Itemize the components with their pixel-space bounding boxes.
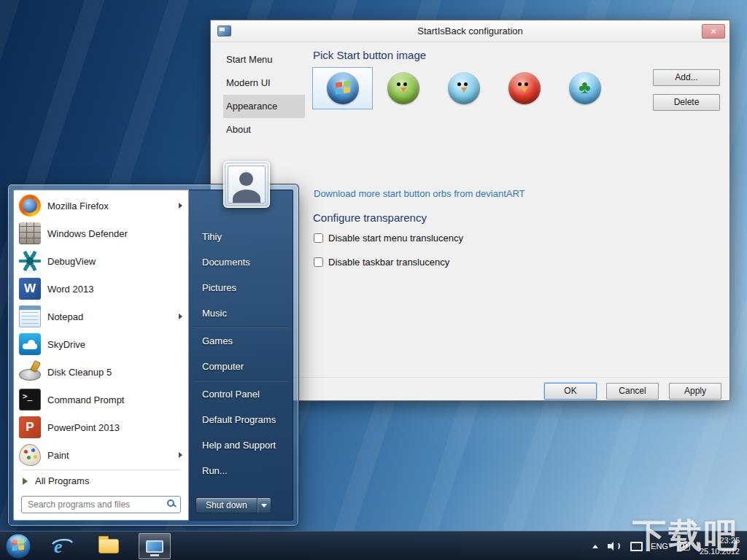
item-label: Disk Cleanup 5 [47,367,182,378]
folder-icon [98,539,119,553]
close-button[interactable]: ✕ [702,24,725,39]
startmenu-item-notepad[interactable]: Notepad [14,303,188,330]
checkbox-label: Disable start menu translucency [328,233,463,244]
start-menu-places-panel: Tihiy Documents Pictures Music Games Com… [189,190,293,521]
divider [193,380,288,381]
nav-start-menu[interactable]: Start Menu [223,48,305,71]
desktop-background: StartIsBack configuration ✕ Start Menu M… [0,0,747,560]
orb-option-red-bird[interactable] [494,67,554,109]
search-input[interactable] [21,496,181,513]
orb-option-blue-bird[interactable] [433,67,494,109]
startmenu-link-documents[interactable]: Documents [189,249,293,275]
disk-cleanup-icon [19,361,41,383]
powerpoint-icon [19,416,41,438]
item-label: Windows Defender [47,228,182,239]
shutdown-controls: Shut down [196,497,271,513]
show-hidden-icons-chevron-icon[interactable] [592,545,598,548]
startmenu-item-paint[interactable]: Paint [14,441,188,469]
startmenu-link-control-panel[interactable]: Control Panel [189,381,293,407]
disable-taskbar-translucency-checkbox[interactable] [314,257,323,267]
red-angry-bird-orb-icon [508,72,541,104]
shutdown-options-arrow[interactable] [258,497,271,513]
apply-button[interactable]: Apply [669,383,721,400]
submenu-arrow-icon [179,314,182,319]
configure-transparency-heading: Configure transparency [313,211,427,224]
startisback-app-icon [217,26,231,36]
orb-option-green-bird[interactable] [373,67,433,109]
item-label: Command Prompt [47,394,182,405]
submenu-arrow-icon [179,452,182,458]
command-prompt-icon [19,389,41,411]
startmenu-item-skydrive[interactable]: SkyDrive [14,330,188,358]
all-programs-button[interactable]: All Programs [14,470,188,491]
volume-wave-icon [613,542,620,551]
startmenu-item-powerpoint-2013[interactable]: PowerPoint 2013 [14,413,188,441]
windows-orb-icon [327,72,359,104]
startisback-window-icon [146,540,163,553]
ok-button[interactable]: OK [544,383,597,400]
startmenu-item-mozilla-firefox[interactable]: Mozilla Firefox [14,192,188,219]
checkbox-row-start-menu-translucency: Disable start menu translucency [314,233,463,244]
green-angry-bird-orb-icon [387,72,419,104]
startisback-taskbar-button[interactable] [139,533,171,559]
skydrive-icon [19,333,41,355]
item-label: Mozilla Firefox [47,201,179,211]
internet-explorer-taskbar-button[interactable]: e [45,532,79,560]
nav-modern-ui[interactable]: Modern UI [223,71,305,95]
divider [193,327,288,327]
all-programs-label: All Programs [35,475,89,486]
shut-down-button[interactable]: Shut down [196,497,258,513]
dialog-titlebar[interactable]: StartIsBack configuration [211,20,729,42]
startmenu-link-pictures[interactable]: Pictures [189,275,293,300]
file-explorer-taskbar-button[interactable] [92,532,125,560]
user-silhouette-icon [228,166,266,203]
item-label: Notepad [47,311,179,322]
firefox-icon [19,195,41,217]
startmenu-item-debugview[interactable]: DebugView [14,247,188,275]
item-label: DebugView [47,256,182,267]
startmenu-item-word-2013[interactable]: Word 2013 [14,275,188,303]
startmenu-link-help-and-support[interactable]: Help and Support [189,432,293,458]
blue-angry-bird-orb-icon [448,72,480,104]
startmenu-item-disk-cleanup[interactable]: Disk Cleanup 5 [14,358,188,386]
disable-start-menu-translucency-checkbox[interactable] [314,233,323,243]
start-button[interactable] [1,532,35,560]
watermark-text: 下载吧 [632,513,740,559]
startmenu-item-windows-defender[interactable]: Windows Defender [14,219,188,247]
dialog-nav: Start Menu Modern UI Appearance About [223,48,305,141]
startmenu-item-command-prompt[interactable]: Command Prompt [14,386,188,413]
all-programs-arrow-icon [23,478,28,485]
word-icon [19,278,41,300]
internet-explorer-icon: e [50,535,74,557]
startmenu-link-user[interactable]: Tihiy [189,224,293,249]
startmenu-link-music[interactable]: Music [189,300,293,326]
startmenu-link-default-programs[interactable]: Default Programs [189,407,293,432]
startmenu-link-games[interactable]: Games [189,328,293,354]
clover-orb-icon [569,72,601,104]
volume-icon[interactable] [608,542,620,551]
add-button[interactable]: Add... [653,69,720,86]
startmenu-link-run[interactable]: Run... [189,458,293,483]
orb-option-windows[interactable] [312,67,373,109]
item-label: SkyDrive [47,339,182,350]
nav-appearance[interactable]: Appearance [223,95,305,118]
orb-list [312,67,615,109]
submenu-arrow-icon [179,203,182,209]
cancel-button[interactable]: Cancel [606,383,659,400]
search-icon[interactable] [167,499,174,507]
notepad-icon [19,306,41,327]
orb-option-clover[interactable] [554,67,615,109]
deviantart-link[interactable]: Download more start button orbs from dev… [314,188,525,199]
item-label: PowerPoint 2013 [47,422,182,433]
checkbox-row-taskbar-translucency: Disable taskbar translucency [314,257,449,268]
nav-about[interactable]: About [223,118,305,141]
start-menu-programs-panel: Mozilla Firefox Windows Defender DebugVi… [13,190,189,521]
user-avatar[interactable] [223,161,270,208]
item-label: Word 2013 [47,284,182,295]
dialog-title: StartIsBack configuration [211,26,729,36]
startmenu-link-computer[interactable]: Computer [189,354,293,379]
delete-button[interactable]: Delete [653,94,720,111]
debugview-icon [19,250,41,272]
item-label: Paint [47,450,179,461]
checkbox-label: Disable taskbar translucency [328,257,449,268]
